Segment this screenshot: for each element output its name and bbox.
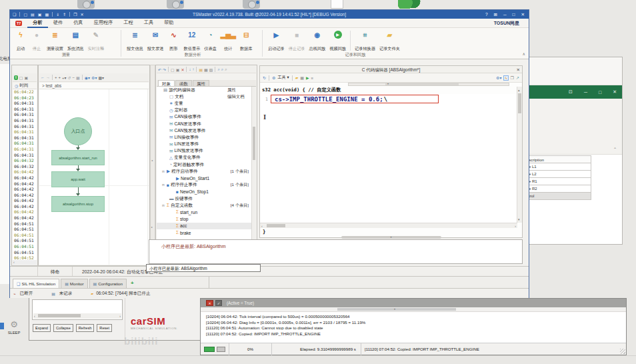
zoom-out-icon[interactable]: − [73,75,75,79]
tree-expander-icon[interactable]: ⊟ [162,204,165,207]
breadcrumb[interactable]: > test_abs [39,83,149,89]
tree-item[interactable]: Σ brake [157,229,251,236]
flow-node[interactable]: app.wait [51,171,105,187]
expand-button[interactable]: Expand [33,324,51,332]
timestamp-row[interactable]: 06:04:23 [13,95,37,101]
log-line[interactable]: [11120] 06:04:51: Automation: Cannot sto… [206,325,626,331]
flow-node-entry[interactable]: 入口点 [64,117,92,145]
scroll-thumb[interactable] [385,83,459,85]
tree-item[interactable]: ✉ CAN预发送事件 [157,127,251,134]
ribbon-options-button[interactable]: ⊡ [569,89,573,95]
zoom-in-icon[interactable]: + [55,75,57,79]
delete-item-icon[interactable]: ✕ [181,67,184,72]
panel-title[interactable]: C 代码编辑器 [ABSAlgorithm*] ✕ [260,66,522,73]
nav-forward-icon[interactable]: → [46,75,50,79]
view-menu-icon[interactable]: ◉▾ [85,75,90,80]
taskbar[interactable] [0,355,636,364]
scroll-thumb[interactable] [38,314,81,317]
tree-item[interactable]: ◔ 定时器触发事件 [157,161,251,168]
scroll-thumb[interactable] [267,224,285,227]
tree-item[interactable]: Σ stop [157,216,251,223]
stop-icon[interactable]: ■ [311,76,314,80]
desktop-icon-sleep[interactable]: ⚙ SLEEP [4,318,24,335]
ribbon-tab[interactable]: 分析 [27,18,47,28]
open-folder-icon[interactable]: ▤ [199,67,203,72]
tree-item[interactable]: ⊟ ■ 程序停止事件 [1 个条目] [157,182,251,189]
ribbon-tab[interactable]: 工程 [118,18,138,28]
separator[interactable] [215,67,215,72]
add-node-icon[interactable]: + [59,75,61,79]
system-message-button[interactable]: ▤ 系统消息 [65,29,86,53]
timestamp-row[interactable]: 06:04:31 [13,118,37,124]
save-all-icon[interactable]: ▦ [45,12,49,17]
add-tab-button[interactable]: + [131,279,134,288]
copy-item-icon[interactable]: ▣ [176,67,180,72]
separator[interactable] [269,75,269,81]
desktop-icon-camera[interactable] [243,0,260,9]
timestamp-row[interactable]: 06:04:51 [13,233,37,239]
timestamp-row[interactable]: 06:04:51 [13,238,37,244]
scroll-right-icon[interactable]: › [515,223,516,229]
separator[interactable] [168,67,169,72]
numeric-display-button[interactable]: 12 数值显示 [182,29,203,53]
tree-item[interactable]: ▬ 按键事件 [157,195,251,202]
timestamp-row[interactable]: 06:04:42 [13,204,37,210]
record-converter-button[interactable]: ⌗ 记录转换器 [353,29,377,53]
tree-expander-icon[interactable]: ⊟ [162,183,165,187]
timestamp-row[interactable]: 06:04:51 [13,227,37,233]
export-icon[interactable]: ⇑ [63,12,66,17]
tree-item[interactable]: ⊟ ▶ 程序启动事件 [1 个条目] [157,168,251,175]
nav-back-icon[interactable]: ← [41,75,45,79]
editor-top-scrollbar[interactable]: ▾ [348,83,509,86]
close-button[interactable]: ✕ [521,12,525,17]
measurement-setup-button[interactable]: ≣ 测量设置 [45,29,65,53]
minimize-button[interactable]: ─ [584,90,587,95]
pause-button[interactable]: ‖ [14,75,18,80]
flow-node[interactable]: absalgorithm.stop [51,196,105,212]
ribbon-tab[interactable]: 帮助 [159,18,179,28]
ribbon-tab[interactable]: 工具 [139,18,159,28]
sync-icon[interactable]: ↻ [263,75,266,80]
graphics-button[interactable]: ∿ 图形 [166,29,182,53]
panel-splitter[interactable]: ◂ ▸ [150,65,155,266]
tree-item[interactable]: ✉ CAN接收事件 [157,114,251,121]
timestamp-row[interactable]: 06:04:42 [13,187,37,193]
video-replay-button[interactable]: ▶ 视频回放 [327,29,348,53]
reset-button[interactable]: Reset [97,324,112,332]
tree-item[interactable]: Σ start_run [157,209,251,215]
build-icon[interactable]: ▦ [300,75,304,80]
stop-record-button[interactable]: ■ 停止记录 [287,29,307,53]
new-log-icon[interactable]: ▢ [19,75,23,80]
open-external-icon[interactable]: ↗ [516,75,519,80]
tree-expander-icon[interactable]: ⊟ [162,170,165,173]
collapse-button[interactable]: Collapse [53,324,73,332]
timestamp-row[interactable]: 06:04:42 [13,193,37,199]
move-up-icon[interactable]: ↑ [192,67,194,71]
settings-menu-icon[interactable]: ⚙▾ [91,75,97,80]
scroll-left-icon[interactable]: ‹ [34,313,35,319]
timestamp-row[interactable]: 06:04:42 [13,198,37,204]
open-file-icon[interactable]: ▰ [295,75,299,80]
close-button[interactable]: ✕ [613,89,617,95]
scroll-down-icon[interactable]: ▾ [518,217,520,222]
stop-button[interactable]: ● 停止 [29,29,45,53]
separator[interactable] [52,75,53,80]
close-panel-icon[interactable]: ✕ [517,66,520,73]
float-panel-icon[interactable]: ❐ [511,75,514,80]
timestamp-row[interactable]: 06:04:42 [13,175,37,181]
scroll-thumb[interactable] [337,308,456,311]
tree-tab[interactable]: 属性 [193,80,209,86]
wrench-dropdown[interactable]: ⚙▾ [496,75,501,80]
desktop-icon-document[interactable] [331,0,343,9]
search-options-icon[interactable]: ⌕ [225,67,227,72]
message-send-button[interactable]: ✉ 报文发送 [145,29,166,53]
scroll-left-icon[interactable]: ‹ [261,223,263,229]
time-hscrollbar[interactable]: ‹ [13,260,37,265]
close-project-icon[interactable]: ✕ [81,12,84,17]
timestamp-row[interactable]: 06:04:31 [13,147,37,153]
record-folder-button[interactable]: ▰ 记录文件夹 [377,29,402,53]
scroll-left-icon[interactable]: ◂ [151,159,153,162]
realtime-comment-button[interactable]: ✎ 实时注释 [86,29,107,53]
timestamp-row[interactable]: 06:04:31 [13,124,37,130]
tree-tab[interactable]: 函数 [175,80,192,86]
